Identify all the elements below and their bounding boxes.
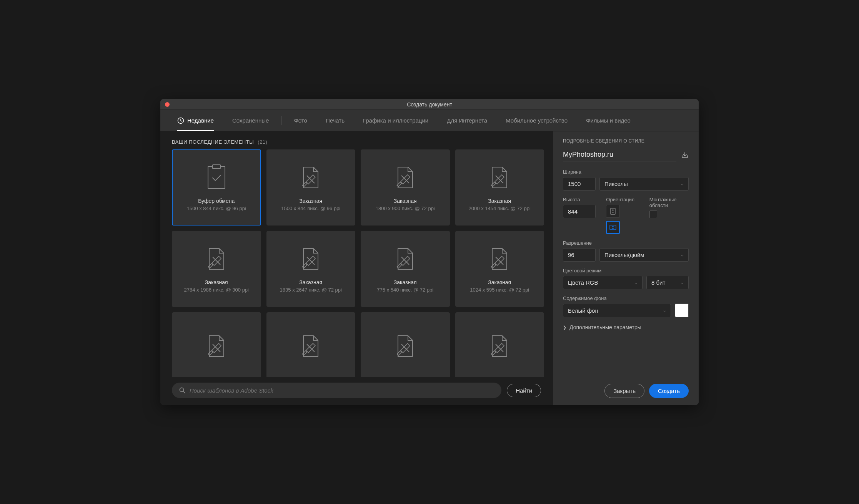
preset-title: Заказная: [299, 198, 322, 204]
tab-print[interactable]: Печать: [316, 110, 354, 131]
titlebar: Создать документ: [160, 99, 699, 110]
custom-doc-icon: [395, 164, 416, 191]
preset-item[interactable]: [172, 312, 261, 377]
preset-dimensions: 2784 x 1986 пикс. @ 300 ppi: [184, 287, 249, 293]
new-document-dialog: Создать документ Недавние Сохраненные Фо…: [160, 99, 699, 405]
width-label: Ширина: [563, 169, 689, 175]
preset-item[interactable]: Заказная1800 x 900 пикс. @ 72 ppi: [361, 149, 450, 225]
search-input[interactable]: [190, 387, 494, 394]
preset-item[interactable]: [455, 312, 544, 377]
background-value: Белый фон: [568, 307, 598, 314]
preset-dimensions: 2000 x 1454 пикс. @ 72 ppi: [469, 206, 531, 211]
create-button[interactable]: Создать: [649, 384, 689, 398]
resolution-unit-select[interactable]: Пикселы/дюйм ⌵: [599, 248, 689, 262]
height-input[interactable]: [563, 205, 596, 218]
chevron-down-icon: ⌵: [681, 252, 684, 257]
tab-saved[interactable]: Сохраненные: [223, 110, 278, 131]
preset-item[interactable]: Заказная775 x 540 пикс. @ 72 ppi: [361, 231, 450, 307]
color-depth-value: 8 бит: [651, 279, 665, 286]
search-icon: [179, 387, 186, 394]
chevron-down-icon: ⌵: [681, 280, 684, 285]
height-label: Высота: [563, 197, 602, 202]
preset-title: Заказная: [488, 198, 511, 204]
svg-point-30: [613, 226, 614, 227]
preset-name-input[interactable]: [563, 149, 676, 161]
preset-dimensions: 1500 x 844 пикс. @ 96 ppi: [187, 206, 246, 211]
advanced-label: Дополнительные параметры: [569, 324, 641, 330]
chevron-right-icon: ❯: [563, 325, 566, 330]
find-button[interactable]: Найти: [507, 384, 541, 397]
main-panel: ВАШИ ПОСЛЕДНИЕ ЭЛЕМЕНТЫ (21) Буфер обмен…: [160, 131, 553, 405]
category-tabs: Недавние Сохраненные Фото Печать Графика…: [160, 110, 699, 131]
chevron-down-icon: ⌵: [663, 308, 666, 313]
tab-label: Фильмы и видео: [586, 117, 631, 124]
preset-dimensions: 1800 x 900 пикс. @ 72 ppi: [376, 206, 435, 211]
svg-rect-29: [610, 225, 616, 230]
resolution-unit-value: Пикселы/дюйм: [604, 252, 644, 258]
preset-grid-scroll[interactable]: Буфер обмена1500 x 844 пикс. @ 96 ppiЗак…: [160, 149, 553, 377]
preset-item[interactable]: Буфер обмена1500 x 844 пикс. @ 96 ppi: [172, 149, 261, 225]
preset-item[interactable]: Заказная2000 x 1454 пикс. @ 72 ppi: [455, 149, 544, 225]
window-controls: [165, 102, 170, 107]
tab-label: Недавние: [187, 117, 214, 124]
artboards-checkbox[interactable]: [649, 211, 657, 218]
search-input-wrap[interactable]: [172, 383, 501, 398]
preset-item[interactable]: [266, 312, 356, 377]
resolution-input[interactable]: [563, 248, 596, 262]
color-depth-select[interactable]: 8 бит ⌵: [646, 276, 689, 289]
search-bar: Найти: [160, 377, 553, 405]
custom-doc-icon: [489, 245, 510, 272]
details-title: ПОДРОБНЫЕ СВЕДЕНИЯ О СТИЛЕ: [563, 138, 689, 144]
preset-title: Буфер обмена: [198, 198, 235, 204]
width-unit-value: Пикселы: [604, 181, 628, 187]
preset-title: Заказная: [299, 279, 322, 285]
tab-art[interactable]: Графика и иллюстрации: [354, 110, 438, 131]
preset-item[interactable]: Заказная1835 x 2647 пикс. @ 72 ppi: [266, 231, 356, 307]
background-label: Содержимое фона: [563, 295, 689, 301]
color-mode-select[interactable]: Цвета RGB ⌵: [563, 276, 643, 289]
preset-item[interactable]: Заказная2784 x 1986 пикс. @ 300 ppi: [172, 231, 261, 307]
tab-recent[interactable]: Недавние: [168, 110, 223, 131]
preset-grid: Буфер обмена1500 x 844 пикс. @ 96 ppiЗак…: [172, 149, 544, 377]
preset-title: Заказная: [394, 279, 417, 285]
svg-rect-2: [213, 165, 220, 169]
tab-mobile[interactable]: Мобильное устройство: [496, 110, 577, 131]
preset-title: Заказная: [394, 198, 417, 204]
svg-rect-1: [208, 166, 225, 189]
window-title: Создать документ: [160, 101, 699, 108]
custom-doc-icon: [206, 245, 227, 272]
preset-item[interactable]: [361, 312, 450, 377]
tab-web[interactable]: Для Интернета: [438, 110, 496, 131]
tab-label: Для Интернета: [447, 117, 487, 124]
close-window-button[interactable]: [165, 102, 170, 107]
preset-item[interactable]: Заказная1500 x 844 пикс. @ 96 ppi: [266, 149, 356, 225]
orientation-label: Ориентация: [606, 197, 645, 202]
background-color-swatch[interactable]: [675, 303, 689, 317]
tab-label: Графика и иллюстрации: [363, 117, 428, 124]
chevron-down-icon: ⌵: [681, 181, 684, 186]
resolution-label: Разрешение: [563, 240, 689, 246]
background-select[interactable]: Белый фон ⌵: [563, 304, 671, 317]
tab-photo[interactable]: Фото: [285, 110, 316, 131]
advanced-options-toggle[interactable]: ❯ Дополнительные параметры: [563, 324, 689, 330]
svg-point-28: [613, 209, 614, 211]
preset-item[interactable]: Заказная1024 x 595 пикс. @ 72 ppi: [455, 231, 544, 307]
preset-dimensions: 775 x 540 пикс. @ 72 ppi: [377, 287, 433, 293]
custom-doc-icon: [300, 164, 321, 191]
svg-rect-27: [611, 208, 615, 214]
preset-title: Заказная: [488, 279, 511, 285]
recent-header: ВАШИ ПОСЛЕДНИЕ ЭЛЕМЕНТЫ (21): [160, 131, 553, 149]
width-unit-select[interactable]: Пикселы ⌵: [599, 177, 689, 191]
orientation-landscape-button[interactable]: [606, 221, 620, 234]
preset-title: Заказная: [205, 279, 228, 285]
chevron-down-icon: ⌵: [635, 280, 638, 285]
recent-count: (21): [258, 139, 267, 145]
cancel-button[interactable]: Закрыть: [604, 384, 644, 398]
save-preset-icon[interactable]: [681, 152, 689, 159]
tab-divider: [281, 116, 281, 125]
width-input[interactable]: [563, 177, 596, 191]
tab-film[interactable]: Фильмы и видео: [577, 110, 640, 131]
svg-line-26: [183, 391, 185, 393]
details-panel: ПОДРОБНЫЕ СВЕДЕНИЯ О СТИЛЕ Ширина Пиксел…: [553, 131, 699, 405]
orientation-portrait-button[interactable]: [606, 205, 620, 218]
